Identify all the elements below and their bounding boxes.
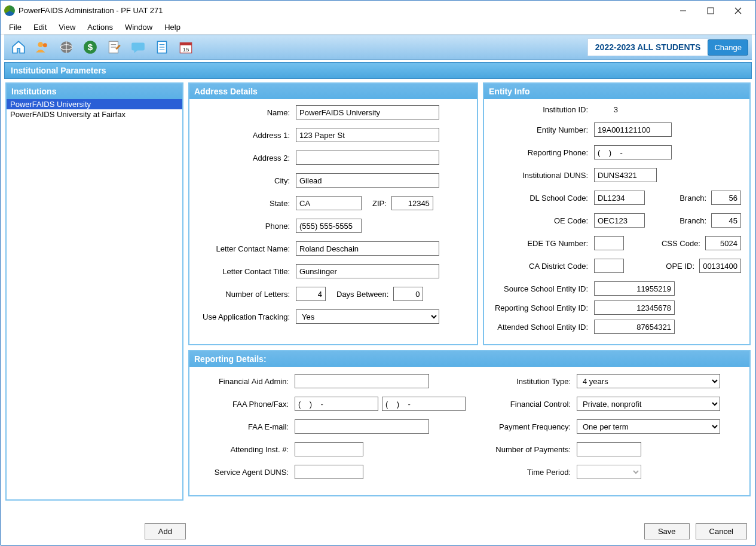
zip-label: ZIP: <box>372 199 387 208</box>
calendar-icon[interactable]: 15 <box>175 37 197 57</box>
faa-phone-input[interactable] <box>295 397 378 411</box>
time-period-select[interactable] <box>577 465 641 479</box>
days-between-input[interactable] <box>393 287 423 301</box>
ca-district-label: CA District Code: <box>492 262 594 271</box>
year-scope-label: 2022-2023 ALL STUDENTS <box>587 38 708 56</box>
attended-school-input[interactable] <box>594 320 675 334</box>
ope-id-label: OPE ID: <box>666 262 694 271</box>
ca-district-input[interactable] <box>594 259 624 273</box>
address2-input[interactable] <box>296 151 439 165</box>
financial-control-select[interactable]: Private, nonprofit <box>577 397 720 411</box>
letter-contact-title-input[interactable] <box>296 264 439 278</box>
financial-control-label: Financial Control: <box>482 400 577 409</box>
svg-rect-1 <box>708 8 714 14</box>
change-button[interactable]: Change <box>708 39 748 56</box>
state-input[interactable] <box>296 196 362 210</box>
menu-actions[interactable]: Actions <box>82 22 118 33</box>
window-title: PowerFAIDS Administration - PF UAT 271 <box>19 6 163 15</box>
institution-type-select[interactable]: 4 years <box>577 374 720 388</box>
service-agent-duns-input[interactable] <box>295 465 363 479</box>
num-letters-label: Number of Letters: <box>198 290 296 299</box>
phone-label: Phone: <box>198 222 296 231</box>
phone-input[interactable] <box>296 219 362 233</box>
attended-school-label: Attended School Entity ID: <box>492 323 594 332</box>
fa-admin-input[interactable] <box>295 374 429 388</box>
ede-tg-label: EDE TG Number: <box>492 239 594 248</box>
globe-icon[interactable] <box>56 37 77 57</box>
institutional-duns-input[interactable] <box>594 168 657 182</box>
faa-email-input[interactable] <box>295 419 429 434</box>
branch2-input[interactable] <box>711 213 741 228</box>
svg-rect-19 <box>180 42 192 45</box>
svg-text:15: 15 <box>183 46 189 53</box>
cancel-button[interactable]: Cancel <box>696 523 747 539</box>
city-input[interactable] <box>296 173 439 188</box>
reporting-school-label: Reporting School Entity ID: <box>492 303 594 312</box>
menu-view[interactable]: View <box>54 22 80 33</box>
entity-number-input[interactable] <box>594 122 672 137</box>
source-school-input[interactable] <box>594 281 675 296</box>
css-code-label: CSS Code: <box>662 239 700 248</box>
ope-id-input[interactable] <box>699 259 741 273</box>
number-payments-label: Number of Payments: <box>482 445 577 454</box>
address1-input[interactable] <box>296 128 439 142</box>
reporting-phone-label: Reporting Phone: <box>492 148 594 157</box>
list-item[interactable]: PowerFAIDS University at Fairfax <box>7 109 182 119</box>
home-icon[interactable] <box>8 37 29 57</box>
payment-frequency-select[interactable]: One per term <box>577 419 720 434</box>
service-agent-duns-label: Service Agent DUNS: <box>200 468 295 477</box>
document-icon[interactable] <box>151 37 173 57</box>
name-input[interactable] <box>296 105 439 119</box>
city-label: City: <box>198 176 296 185</box>
reporting-phone-input[interactable] <box>594 145 672 159</box>
maximize-button[interactable] <box>697 2 724 19</box>
chat-icon[interactable] <box>127 37 149 57</box>
app-tracking-label: Use Application Tracking: <box>198 312 296 321</box>
oe-code-label: OE Code: <box>492 216 594 225</box>
branch1-input[interactable] <box>711 191 741 205</box>
institutional-duns-label: Institutional DUNS: <box>492 171 594 180</box>
address-header: Address Details <box>189 84 477 99</box>
num-letters-input[interactable] <box>296 287 326 301</box>
minimize-button[interactable] <box>669 2 697 19</box>
svg-text:$: $ <box>88 42 93 52</box>
address1-label: Address 1: <box>198 131 296 140</box>
zip-input[interactable] <box>391 196 433 210</box>
time-period-label: Time Period: <box>482 468 577 477</box>
list-item[interactable]: PowerFAIDS University <box>7 99 182 109</box>
menu-help[interactable]: Help <box>160 22 185 33</box>
save-button[interactable]: Save <box>644 523 690 539</box>
attending-inst-input[interactable] <box>295 442 363 456</box>
app-tracking-select[interactable]: Yes <box>296 309 439 324</box>
attending-inst-label: Attending Inst. #: <box>200 445 295 454</box>
oe-code-input[interactable] <box>594 213 645 228</box>
institution-id-value: 3 <box>594 105 618 114</box>
toolbar: $ 15 2022-2023 ALL STUDENTS Change <box>4 35 752 60</box>
institution-id-label: Institution ID: <box>492 105 594 114</box>
css-code-input[interactable] <box>705 236 741 250</box>
add-button[interactable]: Add <box>145 523 186 539</box>
money-icon[interactable]: $ <box>79 37 101 57</box>
fa-admin-label: Financial Aid Admin: <box>200 377 295 386</box>
dl-school-code-input[interactable] <box>594 191 645 205</box>
institutions-list: PowerFAIDS University PowerFAIDS Univers… <box>7 99 182 499</box>
number-payments-input[interactable] <box>577 442 641 456</box>
ede-tg-input[interactable] <box>594 236 624 250</box>
faa-phone-fax-label: FAA Phone/Fax: <box>200 400 295 409</box>
entity-header: Entity Info <box>484 84 749 99</box>
menu-edit[interactable]: Edit <box>29 22 51 33</box>
close-button[interactable] <box>724 2 752 19</box>
state-label: State: <box>198 199 296 208</box>
form-icon[interactable] <box>103 37 125 57</box>
letter-contact-name-input[interactable] <box>296 241 439 256</box>
menu-file[interactable]: File <box>4 22 26 33</box>
people-icon[interactable] <box>32 37 53 57</box>
svg-point-4 <box>38 42 43 47</box>
menu-window[interactable]: Window <box>120 22 157 33</box>
faa-fax-input[interactable] <box>382 397 466 411</box>
reporting-school-input[interactable] <box>594 300 675 315</box>
menubar: File Edit View Actions Window Help <box>1 20 755 35</box>
titlebar: PowerFAIDS Administration - PF UAT 271 <box>1 0 755 20</box>
dl-school-code-label: DL School Code: <box>492 194 594 203</box>
svg-point-5 <box>43 43 47 47</box>
